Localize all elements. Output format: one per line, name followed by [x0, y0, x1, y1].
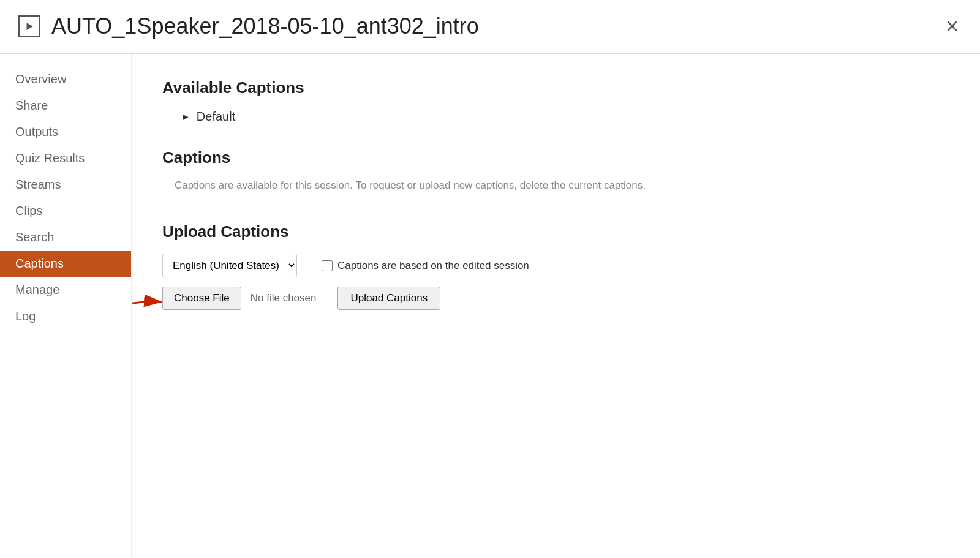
no-file-text: No file chosen	[251, 292, 317, 304]
default-caption-label: Default	[197, 110, 235, 124]
modal-body: Overview Share Outputs Quiz Results Stre…	[0, 54, 980, 558]
edited-session-checkbox-label[interactable]: Captions are based on the edited session	[322, 260, 529, 272]
modal-title: AUTO_1Speaker_2018-05-10_ant302_intro	[51, 13, 943, 39]
sidebar-item-clips[interactable]: Clips	[0, 198, 131, 224]
sidebar-item-streams[interactable]: Streams	[0, 172, 131, 198]
modal-header: AUTO_1Speaker_2018-05-10_ant302_intro ×	[0, 0, 980, 53]
upload-options-row: English (United States) English (UK) Spa…	[162, 254, 949, 277]
edited-session-checkbox[interactable]	[322, 260, 333, 271]
upload-captions-button[interactable]: Upload Captions	[337, 287, 440, 310]
sidebar: Overview Share Outputs Quiz Results Stre…	[0, 54, 132, 558]
available-captions-title: Available Captions	[162, 78, 949, 97]
file-upload-row: Choose File No file chosen Upload Captio…	[162, 287, 949, 310]
sidebar-item-share[interactable]: Share	[0, 92, 131, 119]
svg-marker-0	[27, 23, 34, 30]
upload-captions-section: Upload Captions English (United States) …	[162, 222, 949, 310]
sidebar-item-log[interactable]: Log	[0, 303, 131, 330]
modal-container: AUTO_1Speaker_2018-05-10_ant302_intro × …	[0, 0, 980, 558]
captions-info-text: Captions are available for this session.…	[162, 179, 949, 192]
sidebar-item-manage[interactable]: Manage	[0, 277, 131, 303]
language-select[interactable]: English (United States) English (UK) Spa…	[162, 254, 297, 277]
close-button[interactable]: ×	[943, 12, 962, 40]
sidebar-item-captions[interactable]: Captions	[0, 251, 131, 277]
edited-session-label: Captions are based on the edited session	[337, 260, 529, 272]
sidebar-item-search[interactable]: Search	[0, 224, 131, 251]
sidebar-item-overview[interactable]: Overview	[0, 66, 131, 92]
upload-captions-title: Upload Captions	[162, 222, 949, 241]
main-content: Available Captions ► Default Captions Ca…	[132, 54, 980, 558]
available-captions-section: Available Captions ► Default	[162, 78, 949, 124]
choose-file-button[interactable]: Choose File	[162, 287, 241, 310]
video-play-icon	[18, 15, 40, 37]
sidebar-item-quiz-results[interactable]: Quiz Results	[0, 145, 131, 172]
sidebar-item-outputs[interactable]: Outputs	[0, 119, 131, 145]
captions-section: Captions Captions are available for this…	[162, 148, 949, 192]
file-upload-wrapper: Choose File No file chosen Upload Captio…	[162, 287, 949, 310]
default-caption-item[interactable]: ► Default	[162, 110, 949, 124]
captions-title: Captions	[162, 148, 949, 167]
chevron-right-icon: ►	[181, 111, 190, 123]
